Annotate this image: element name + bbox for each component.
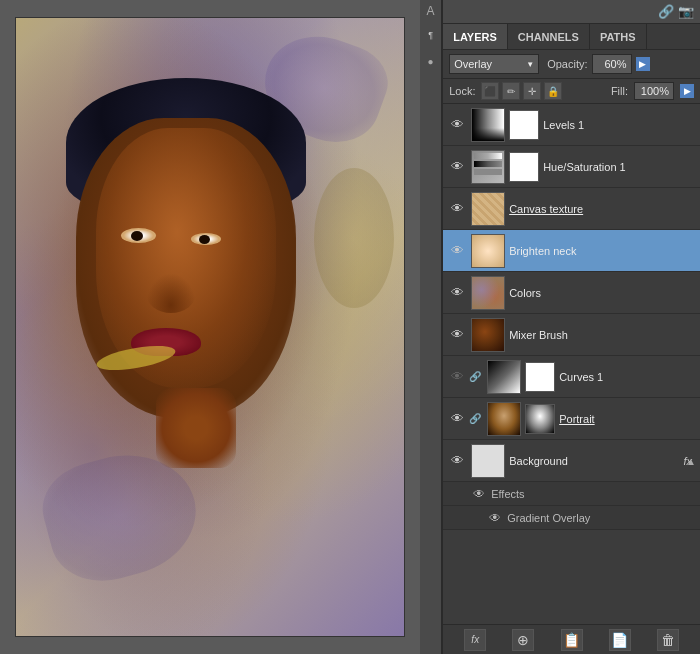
layer-visibility-curves1[interactable]: 👁 [447, 369, 467, 384]
effects-header: 👁 Effects [443, 482, 700, 506]
neck [156, 388, 236, 468]
layer-name-portrait: Portrait [559, 413, 696, 425]
panel-icon-1: A [422, 4, 440, 22]
layer-visibility-background[interactable]: 👁 [447, 453, 467, 468]
blend-mode-chevron: ▼ [526, 60, 534, 69]
lock-all-btn[interactable]: 🔒 [544, 82, 562, 100]
panel-bottom-toolbar: fx ⊕ 📋 📄 🗑 [443, 624, 700, 654]
panel-tabs: LAYERS CHANNELS PATHS [443, 24, 700, 50]
scroll-indicator: ▲ [686, 455, 696, 466]
new-layer-button[interactable]: 📄 [609, 629, 631, 651]
gradient-eye-icon[interactable]: 👁 [489, 511, 501, 525]
add-layer-style-button[interactable]: ⊕ [512, 629, 534, 651]
layer-link-curves1: 🔗 [467, 371, 483, 382]
layer-thumb-curves1 [487, 360, 521, 394]
gradient-overlay-label: Gradient Overlay [507, 512, 590, 524]
eye-right [191, 233, 221, 245]
effects-group: 👁 Effects 👁 Gradient Overlay [443, 482, 700, 530]
layer-thumb-mixer [471, 318, 505, 352]
layer-visibility-levels1[interactable]: 👁 [447, 117, 467, 132]
layer-visibility-hue1[interactable]: 👁 [447, 159, 467, 174]
layer-mask-portrait [525, 404, 555, 434]
layers-panel: A ¶ ● 🔗 📷 LAYERS CHANNELS [420, 0, 700, 654]
lock-pixels-btn[interactable]: ⬛ [481, 82, 499, 100]
panel-top-bar: 🔗 📷 [443, 0, 700, 24]
delete-layer-button[interactable]: 🗑 [657, 629, 679, 651]
layers-panel-main: 🔗 📷 LAYERS CHANNELS PATHS Overla [442, 0, 700, 654]
layer-mixer[interactable]: 👁 Mixer Brush [443, 314, 700, 356]
effects-label: Effects [491, 488, 524, 500]
layer-mask-curves1 [525, 362, 555, 392]
tab-channels[interactable]: CHANNELS [508, 24, 590, 49]
layer-visibility-portrait[interactable]: 👁 [447, 411, 467, 426]
blend-mode-select[interactable]: Overlay ▼ [449, 54, 539, 74]
opacity-arrow[interactable]: ▶ [636, 57, 650, 71]
layer-thumb-brighten [471, 234, 505, 268]
fx-button[interactable]: fx [464, 629, 486, 651]
layer-mask-hue1 [509, 152, 539, 182]
layer-visibility-colors[interactable]: 👁 [447, 285, 467, 300]
layer-name-background: Background [509, 455, 683, 467]
opacity-label: Opacity: [547, 58, 587, 70]
layer-thumb-canvas [471, 192, 505, 226]
artwork-background [16, 18, 404, 636]
layers-list: 👁 Levels 1 👁 [443, 104, 700, 624]
opacity-input[interactable]: 60% [592, 54, 632, 74]
tab-paths[interactable]: PATHS [590, 24, 647, 49]
layer-thumb-portrait [487, 402, 521, 436]
layer-thumb-hue1 [471, 150, 505, 184]
layer-levels1[interactable]: 👁 Levels 1 [443, 104, 700, 146]
panel-side-icons: A ¶ ● [420, 0, 442, 654]
fill-input[interactable]: 100% [634, 82, 674, 100]
fill-label: Fill: [611, 85, 628, 97]
layer-thumb-colors [471, 276, 505, 310]
lock-paint-btn[interactable]: ✏ [502, 82, 520, 100]
layer-colors[interactable]: 👁 Colors [443, 272, 700, 314]
layer-name-curves1: Curves 1 [559, 371, 696, 383]
layer-name-brighten: Brighten neck [509, 245, 696, 257]
layer-hue1[interactable]: 👁 Hue/Saturation 1 [443, 146, 700, 188]
blend-mode-row: Overlay ▼ Opacity: 60% ▶ [443, 50, 700, 79]
lock-label: Lock: [449, 85, 475, 97]
layer-visibility-canvas[interactable]: 👁 [447, 201, 467, 216]
layer-curves1[interactable]: 👁 🔗 Curves 1 [443, 356, 700, 398]
layer-mask-levels1 [509, 110, 539, 140]
layer-thumb-levels1 [471, 108, 505, 142]
panel-top-icon-link[interactable]: 🔗 [658, 4, 674, 19]
lock-move-btn[interactable]: ✛ [523, 82, 541, 100]
layer-name-mixer: Mixer Brush [509, 329, 696, 341]
layer-visibility-mixer[interactable]: 👁 [447, 327, 467, 342]
layer-brighten[interactable]: 👁 Brighten neck [443, 230, 700, 272]
layer-link-portrait: 🔗 [467, 413, 483, 424]
layer-portrait[interactable]: 👁 🔗 Portrait [443, 398, 700, 440]
layer-name-levels1: Levels 1 [543, 119, 696, 131]
layer-visibility-brighten[interactable]: 👁 [447, 243, 467, 258]
panel-icon-3: ● [422, 56, 440, 74]
layer-name-colors: Colors [509, 287, 696, 299]
panel-top-icon-camera[interactable]: 📷 [678, 4, 694, 19]
lock-icons: ⬛ ✏ ✛ 🔒 [481, 82, 604, 100]
tab-layers[interactable]: LAYERS [443, 24, 508, 49]
layer-name-canvas: Canvas texture [509, 203, 696, 215]
layer-thumb-background [471, 444, 505, 478]
new-group-button[interactable]: 📋 [561, 629, 583, 651]
layer-canvas[interactable]: 👁 Canvas texture [443, 188, 700, 230]
nose [146, 273, 196, 313]
canvas-area [0, 0, 420, 654]
artwork [15, 17, 405, 637]
panel-icon-2: ¶ [422, 30, 440, 48]
lock-row: Lock: ⬛ ✏ ✛ 🔒 Fill: 100% ▶ [443, 79, 700, 104]
effects-eye-icon[interactable]: 👁 [473, 487, 485, 501]
gradient-overlay-item[interactable]: 👁 Gradient Overlay [443, 506, 700, 530]
layer-name-hue1: Hue/Saturation 1 [543, 161, 696, 173]
splash-right [314, 168, 394, 308]
fill-arrow[interactable]: ▶ [680, 84, 694, 98]
eye-left [121, 228, 156, 243]
layer-background[interactable]: 👁 Background fx ▲ [443, 440, 700, 482]
